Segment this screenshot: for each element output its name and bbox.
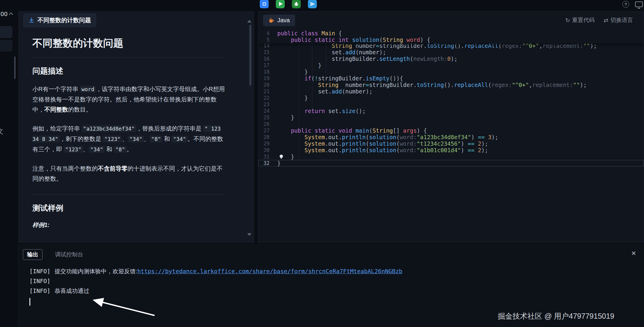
- code-line[interactable]: 30 System.out.println(solution(word:"a1b…: [258, 147, 644, 153]
- line-number: 30: [258, 147, 277, 153]
- tab-debug-console[interactable]: 调试控制台: [55, 251, 83, 258]
- sidebar-collapsed-item[interactable]: [0, 40, 12, 52]
- code-text: set.add(number);: [277, 88, 372, 95]
- line-number: 18: [258, 69, 277, 75]
- console-line: [INFO]恭喜成功通过: [29, 286, 644, 296]
- sidebar-scrollbar[interactable]: [14, 56, 15, 79]
- inline-code: "34": [89, 146, 105, 153]
- problem-scrollbar-thumb[interactable]: [249, 25, 251, 86]
- submit-button[interactable]: [308, 0, 317, 8]
- divider: [32, 194, 225, 195]
- line-number: 17: [258, 62, 277, 69]
- problem-tab[interactable]: 不同整数的计数问题: [23, 14, 96, 27]
- line-number: 19: [258, 75, 277, 82]
- code-text: [277, 121, 281, 127]
- code-editor-panel: Java ↻ 重置代码 ⇄ 切换语言 14 String number=stri…: [258, 11, 644, 243]
- line-number: 16: [258, 55, 277, 62]
- problem-tab-title: 不同整数的计数问题: [37, 16, 91, 24]
- log-level-tag: [INFO]: [29, 268, 50, 275]
- paragraph-text: 的数目。: [68, 106, 92, 113]
- code-line[interactable]: 5 public static int solution(String word…: [258, 36, 644, 43]
- code-text: }: [277, 69, 308, 75]
- console-line: [INFO]提交功能内测体验中，欢迎反馈: https://bytedance.…: [29, 266, 644, 276]
- section-heading-description: 问题描述: [32, 66, 225, 76]
- code-line[interactable]: 15 set.add(number);: [258, 49, 644, 55]
- code-line[interactable]: 23: [258, 101, 644, 108]
- log-level-tag: [INFO]: [29, 278, 50, 285]
- line-number: 32: [258, 160, 277, 166]
- code-line[interactable]: 28 System.out.println(solution(word:"a12…: [258, 134, 644, 140]
- code-text: System.out.println(solution(word:"t1234c…: [277, 140, 488, 147]
- line-number: 15: [258, 49, 277, 55]
- feedback-link[interactable]: https://bytedance.larkoffice.com/share/b…: [137, 268, 402, 275]
- run-button[interactable]: [276, 0, 285, 8]
- line-number: 5: [258, 36, 277, 43]
- code-line[interactable]: 27 public static void main(String[] args…: [258, 127, 644, 134]
- code-line[interactable]: 26: [258, 121, 644, 127]
- reset-code-button[interactable]: ↻ 重置代码: [565, 16, 595, 24]
- code-editor[interactable]: 14 String number=stringBuilder.toString(…: [258, 29, 644, 242]
- switch-language-icon: ⇄: [604, 17, 608, 24]
- paragraph-text: 注意，只有当两个整数的: [32, 165, 98, 172]
- inline-code: "123": [103, 136, 122, 142]
- code-line[interactable]: 32}: [258, 160, 644, 166]
- reset-icon: ↻: [565, 17, 570, 24]
- sticky-scroll-lines: 4public class Main {5 public static int …: [258, 29, 644, 44]
- problem-panel: 不同整数的计数问题 不同整数的计数问题 问题描述 小R有一个字符串 word，该…: [18, 11, 254, 243]
- help-icon[interactable]: ?: [622, 1, 629, 8]
- code-line[interactable]: 17 }: [258, 62, 644, 69]
- code-text: if(!stringBuilder.isEmpty()){: [277, 75, 403, 82]
- code-line[interactable]: 31 }: [258, 153, 644, 160]
- problem-paragraph: 例如，给定字符串 "a123bc34d8ef34"，替换后形成的字符串是 " 1…: [32, 123, 225, 155]
- score-label: 00: [1, 11, 8, 18]
- language-tab-java[interactable]: Java: [263, 15, 295, 26]
- code-line[interactable]: 16 stringBuilder.setLength(newLength:0);: [258, 55, 644, 62]
- lightbulb-icon[interactable]: [280, 155, 283, 158]
- line-number: 23: [258, 101, 277, 108]
- section-heading-samples: 测试样例: [32, 203, 225, 213]
- chevron-up-icon[interactable]: [9, 12, 13, 17]
- code-line[interactable]: 22 }: [258, 95, 644, 101]
- line-number: 31: [258, 153, 277, 160]
- line-number: 29: [258, 140, 277, 147]
- paragraph-text: ，剩下的整数是: [60, 136, 103, 142]
- language-tab-label: Java: [277, 17, 290, 24]
- toolbar: [260, 0, 317, 8]
- close-icon[interactable]: ✕: [631, 250, 636, 257]
- send-icon: [310, 1, 315, 7]
- code-line[interactable]: 29 System.out.println(solution(word:"t12…: [258, 140, 644, 147]
- left-sidebar: 00 文: [0, 0, 18, 327]
- play-icon: [279, 2, 283, 6]
- code-line[interactable]: 20 String number=stringBuilder.toString(…: [258, 82, 644, 88]
- paragraph-text: 和: [105, 146, 114, 153]
- scroll-down-arrow[interactable]: [247, 233, 251, 236]
- code-line[interactable]: 25 }: [258, 114, 644, 121]
- code-line[interactable]: 21 set.add(number);: [258, 88, 644, 95]
- code-text: public static void main(String[] args) {: [277, 127, 427, 134]
- problem-scroll-area[interactable]: 不同整数的计数问题 问题描述 小R有一个字符串 word，该字符串由数字和小写英…: [19, 29, 254, 234]
- editor-header: Java ↻ 重置代码 ⇄ 切换语言: [258, 12, 644, 29]
- debug-button[interactable]: [292, 0, 301, 8]
- code-text: public class Main {: [277, 30, 342, 36]
- stop-button[interactable]: [260, 0, 269, 8]
- code-line[interactable]: 19 if(!stringBuilder.isEmpty()){: [258, 75, 644, 82]
- scroll-up-arrow[interactable]: [247, 20, 251, 23]
- device-icon[interactable]: [635, 1, 643, 7]
- bug-icon: [294, 1, 299, 7]
- code-line[interactable]: 18 }: [258, 69, 644, 75]
- paragraph-text: 例如，给定字符串: [32, 125, 82, 132]
- stop-icon: [263, 2, 266, 6]
- sidebar-collapsed-item[interactable]: [0, 26, 12, 38]
- code-text: }: [277, 160, 281, 166]
- code-lines: 14 String number=stringBuilder.toString(…: [258, 29, 644, 166]
- code-line[interactable]: 24 return set.size();: [258, 108, 644, 114]
- line-number: 27: [258, 127, 277, 134]
- tab-output[interactable]: 输出: [23, 249, 42, 260]
- switch-language-button[interactable]: ⇄ 切换语言: [604, 16, 633, 24]
- console-output: [INFO]提交功能内测体验中，欢迎反馈: https://bytedance.…: [19, 264, 644, 306]
- code-line[interactable]: 4public class Main {: [258, 30, 644, 36]
- inline-code: "8": [114, 146, 127, 153]
- line-number: 21: [258, 88, 277, 95]
- java-icon: [268, 17, 274, 23]
- inline-code: "34": [128, 136, 144, 142]
